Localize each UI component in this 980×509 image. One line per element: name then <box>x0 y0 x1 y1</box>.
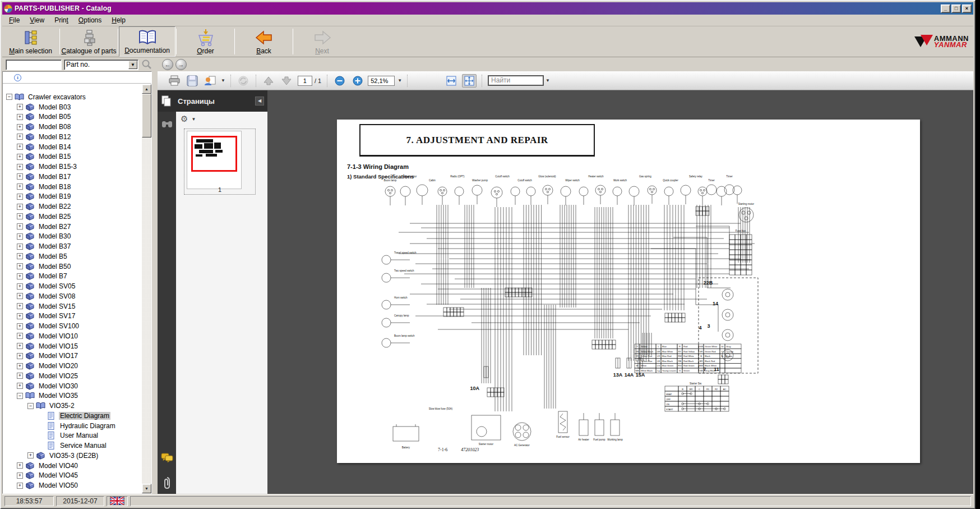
toolbar-button-order[interactable]: Order <box>177 26 234 57</box>
part-number-input[interactable] <box>6 59 62 70</box>
tree-node-label[interactable]: Model B05 <box>38 113 72 121</box>
tree-node-model-b37[interactable]: + Model B37 <box>3 241 142 251</box>
tree-node-label[interactable]: Model VIO10 <box>38 332 79 340</box>
scrollbar-thumb[interactable] <box>142 94 151 137</box>
expander-plus-icon[interactable]: + <box>17 144 23 150</box>
tree-node-model-b15[interactable]: + Model B15 <box>3 152 142 162</box>
expander-plus-icon[interactable]: + <box>17 273 23 279</box>
tree-node-label[interactable]: Hydraulic Diagram <box>59 422 117 430</box>
share-icon[interactable] <box>204 75 217 87</box>
toolbar-button-main-selection[interactable]: Main selection <box>2 26 59 57</box>
tree-node-model-b50[interactable]: + Model B50 <box>3 262 142 272</box>
history-forward-button[interactable]: → <box>175 59 187 70</box>
tree-node-label[interactable]: Service Manual <box>59 442 108 450</box>
tree-node-model-vio20[interactable]: + Model VIO20 <box>3 361 142 371</box>
comments-icon[interactable] <box>158 453 176 463</box>
expander-plus-icon[interactable]: + <box>17 283 23 290</box>
expander-plus-icon[interactable]: + <box>17 323 23 329</box>
expander-plus-icon[interactable]: + <box>17 134 23 140</box>
expander-plus-icon[interactable]: + <box>17 114 23 120</box>
expander-plus-icon[interactable]: + <box>17 313 23 319</box>
expander-plus-icon[interactable]: + <box>17 353 23 359</box>
menu-file[interactable]: File <box>4 15 24 25</box>
tree-node-label[interactable]: Model B37 <box>38 242 72 250</box>
tree-node-model-vio45[interactable]: + Model VIO45 <box>3 471 142 481</box>
expander-plus-icon[interactable]: + <box>17 253 23 259</box>
expander-minus-icon[interactable]: − <box>6 94 12 100</box>
tree-node-label[interactable]: Model B30 <box>38 232 72 240</box>
tree-node-label[interactable]: Model SV15 <box>38 302 76 310</box>
tree-node-service-manual[interactable]: Service Manual <box>3 441 142 451</box>
history-back-button[interactable]: ← <box>162 59 173 70</box>
paperclip-icon[interactable] <box>158 476 176 490</box>
maximize-button[interactable]: □ <box>951 4 961 13</box>
tree-node-label[interactable]: Model VIO50 <box>38 482 79 489</box>
tree-node-vio35-3-de2b-[interactable]: + VIO35-3 (DE2B) <box>3 451 142 461</box>
language-flag-cell[interactable] <box>107 496 128 506</box>
expander-plus-icon[interactable]: + <box>17 303 23 309</box>
tree-node-label[interactable]: Model SV100 <box>38 322 80 330</box>
tree-node-label[interactable]: Model B25 <box>38 213 72 221</box>
expander-plus-icon[interactable]: + <box>17 333 23 339</box>
expander-plus-icon[interactable]: + <box>17 473 23 479</box>
tree-node-model-vio25[interactable]: + Model VIO25 <box>3 371 142 381</box>
tree-node-model-b25[interactable]: + Model B25 <box>3 212 142 222</box>
print-icon[interactable] <box>168 75 181 87</box>
tree-node-model-b22[interactable]: + Model B22 <box>3 201 142 212</box>
info-icon[interactable]: i <box>14 74 21 81</box>
tree-node-label[interactable]: User Manual <box>59 432 99 439</box>
expander-plus-icon[interactable]: + <box>17 194 23 200</box>
tree-node-model-sv08[interactable]: + Model SV08 <box>3 291 142 301</box>
tree-node-model-b12[interactable]: + Model B12 <box>3 132 142 142</box>
expander-plus-icon[interactable]: + <box>17 204 23 210</box>
scroll-down-icon[interactable]: ▼ <box>142 484 151 493</box>
tree-node-label[interactable]: Model B08 <box>38 123 72 131</box>
tree-node-model-b14[interactable]: + Model B14 <box>3 142 142 152</box>
expander-plus-icon[interactable]: + <box>17 104 23 110</box>
tree-node-label[interactable]: Electric Diagram <box>59 412 110 420</box>
tree-node-label[interactable]: Model SV08 <box>38 292 76 300</box>
tree-node-label[interactable]: Model VIO25 <box>38 372 79 380</box>
expander-plus-icon[interactable]: + <box>17 343 23 349</box>
find-dropdown-icon[interactable]: ▼ <box>546 78 550 83</box>
tree-node-label[interactable]: Model B18 <box>38 183 72 191</box>
tree-node-label[interactable]: Model B03 <box>38 103 72 111</box>
tree-node-label[interactable]: Model B5 <box>38 253 68 260</box>
tree-node-model-sv100[interactable]: + Model SV100 <box>3 321 142 331</box>
tree-node-label[interactable]: Model VIO45 <box>38 471 79 479</box>
tree-node-label[interactable]: Crawler excavators <box>27 93 87 101</box>
expander-plus-icon[interactable]: + <box>17 383 23 389</box>
tree-node-label[interactable]: Model B12 <box>38 133 72 141</box>
tree-node-label[interactable]: Model B15 <box>38 153 72 161</box>
tree-node-model-sv05[interactable]: + Model SV05 <box>3 281 142 291</box>
tree-node-label[interactable]: Model VIO30 <box>38 382 79 390</box>
minimize-button[interactable]: _ <box>941 4 950 13</box>
share-dropdown-icon[interactable]: ▼ <box>221 78 225 83</box>
fit-page-icon[interactable] <box>462 74 477 88</box>
tree-scrollbar[interactable]: ▲ ▼ <box>142 84 151 493</box>
zoom-out-icon[interactable] <box>333 75 346 87</box>
toolbar-button-back[interactable]: Back <box>235 26 292 57</box>
menu-options[interactable]: Options <box>74 15 106 25</box>
tree-node-model-b08[interactable]: + Model B08 <box>3 122 142 132</box>
tree-node-label[interactable]: Model B17 <box>38 173 72 181</box>
tree-node-model-vio15[interactable]: + Model VIO15 <box>3 341 142 351</box>
menu-view[interactable]: View <box>25 15 49 25</box>
tree-node-label[interactable]: Model B14 <box>38 143 72 151</box>
zoom-level-input[interactable]: 52,1% <box>368 76 395 86</box>
tree-node-label[interactable]: Model B22 <box>38 203 72 210</box>
menu-help[interactable]: Help <box>107 15 130 25</box>
tree-node-label[interactable]: Model B27 <box>38 223 72 231</box>
combo-dropdown-icon[interactable]: ▼ <box>128 61 137 69</box>
tree-node-label[interactable]: Model VIO17 <box>38 352 79 360</box>
tree-node-label[interactable]: VIO35-2 <box>48 402 76 410</box>
find-input[interactable]: Найти <box>488 75 544 86</box>
tree-node-label[interactable]: Model VIO20 <box>38 362 79 370</box>
binoculars-icon[interactable] <box>158 120 176 129</box>
scroll-up-icon[interactable]: ▲ <box>142 84 151 94</box>
expander-plus-icon[interactable]: + <box>17 173 23 180</box>
tree-node-label[interactable]: Model VIO15 <box>38 342 79 350</box>
expander-plus-icon[interactable]: + <box>17 462 23 469</box>
tree-node-crawler-excavators[interactable]: − Crawler excavators <box>3 92 142 102</box>
expander-minus-icon[interactable]: − <box>17 393 23 399</box>
